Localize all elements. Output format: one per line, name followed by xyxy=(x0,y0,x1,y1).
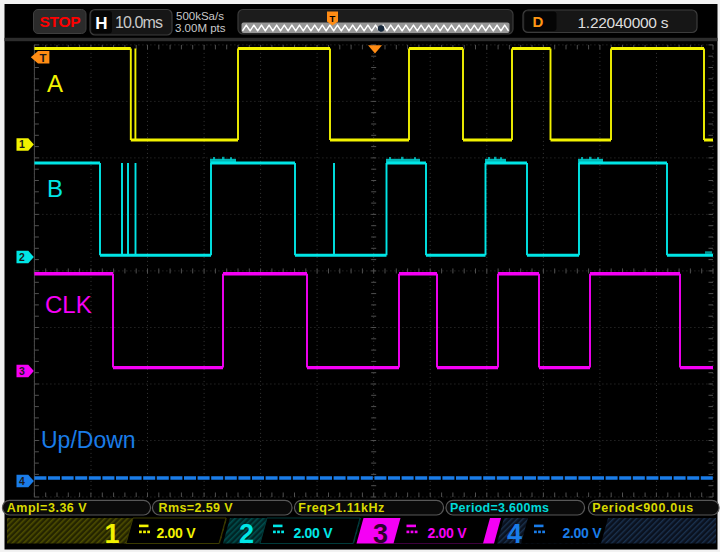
svg-text:Up/Down: Up/Down xyxy=(41,427,136,453)
svg-text:B: B xyxy=(47,175,63,202)
svg-text:Freq>1.11kHz: Freq>1.11kHz xyxy=(298,501,384,515)
svg-text:Rms=2.59 V: Rms=2.59 V xyxy=(159,501,234,515)
svg-text:2.00 V: 2.00 V xyxy=(563,525,603,541)
svg-text:4: 4 xyxy=(507,519,522,549)
svg-text:T: T xyxy=(330,13,336,24)
svg-text:2.00 V: 2.00 V xyxy=(428,525,468,541)
svg-text:Period=3.600ms: Period=3.600ms xyxy=(450,501,549,515)
svg-text:10.0ms: 10.0ms xyxy=(115,14,163,31)
svg-text:2: 2 xyxy=(239,519,254,549)
svg-text:3: 3 xyxy=(373,519,388,549)
svg-text:2.00 V: 2.00 V xyxy=(294,525,334,541)
svg-text:4: 4 xyxy=(19,475,25,487)
svg-text:2.00 V: 2.00 V xyxy=(157,525,197,541)
svg-text:A: A xyxy=(47,70,63,97)
svg-text:1.22040000 s: 1.22040000 s xyxy=(578,14,669,31)
svg-text:500kSa/s: 500kSa/s xyxy=(176,10,224,22)
svg-text:CLK: CLK xyxy=(45,291,92,318)
svg-text:1: 1 xyxy=(104,519,119,549)
svg-text:1: 1 xyxy=(19,138,25,150)
svg-text:3.00M pts: 3.00M pts xyxy=(175,22,226,34)
svg-text:Period<900.0us: Period<900.0us xyxy=(592,501,693,515)
svg-text:Ampl=3.36 V: Ampl=3.36 V xyxy=(7,501,88,515)
svg-text:H: H xyxy=(95,14,107,33)
svg-text:2: 2 xyxy=(19,251,25,263)
svg-text:STOP: STOP xyxy=(40,13,81,30)
svg-text:D: D xyxy=(533,13,544,30)
svg-text:3: 3 xyxy=(19,365,25,377)
svg-text:T: T xyxy=(39,52,46,64)
